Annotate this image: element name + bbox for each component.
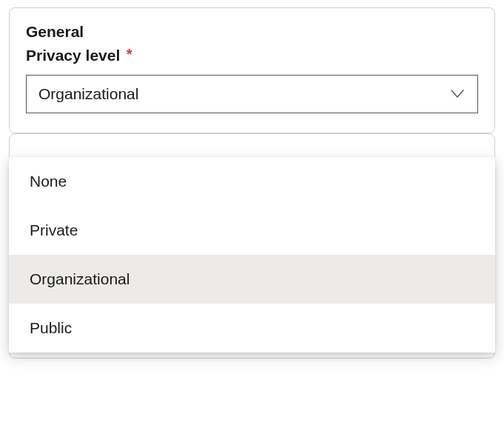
dropdown-option-label: None xyxy=(30,173,67,190)
settings-card-general: General Privacy level * Organizational xyxy=(9,7,495,133)
privacy-level-label: Privacy level xyxy=(26,47,120,64)
privacy-level-select[interactable]: Organizational xyxy=(26,75,478,113)
privacy-level-dropdown-list: NonePrivateOrganizationalPublic xyxy=(9,157,495,353)
dropdown-option[interactable]: Private xyxy=(9,206,495,255)
dropdown-option-label: Public xyxy=(30,319,72,337)
dropdown-option-label: Private xyxy=(30,221,78,239)
dropdown-option-label: Organizational xyxy=(30,270,130,288)
section-title: General xyxy=(26,23,478,41)
dropdown-option[interactable]: Public xyxy=(9,304,495,353)
select-value: Organizational xyxy=(38,85,138,103)
dropdown-option[interactable]: Organizational xyxy=(9,255,495,304)
dropdown-option[interactable]: None xyxy=(9,157,495,206)
obscured-content xyxy=(26,144,478,158)
chevron-down-icon xyxy=(449,86,466,102)
required-indicator: * xyxy=(127,46,132,62)
field-label-row: Privacy level * xyxy=(26,47,478,64)
